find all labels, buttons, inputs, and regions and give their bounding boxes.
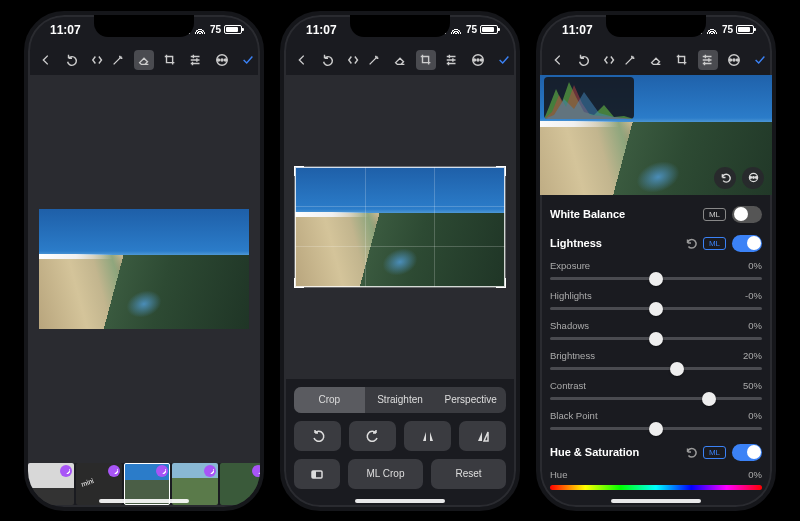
slider-value: 50% bbox=[743, 380, 762, 391]
preview-more-button[interactable] bbox=[742, 167, 764, 189]
more-button[interactable] bbox=[724, 50, 744, 70]
slider-knob[interactable] bbox=[649, 302, 663, 316]
histogram[interactable] bbox=[544, 77, 634, 119]
confirm-button[interactable] bbox=[750, 50, 770, 70]
reset-section-icon[interactable] bbox=[685, 237, 697, 249]
adjust-preview bbox=[540, 75, 772, 195]
code-button[interactable] bbox=[88, 50, 108, 70]
eraser-button[interactable] bbox=[390, 50, 410, 70]
slider-value: 0% bbox=[748, 410, 762, 421]
slider-shadows[interactable]: Shadows0% bbox=[550, 319, 762, 347]
undo-button[interactable] bbox=[574, 50, 594, 70]
slider-blackpoint[interactable]: Black Point0% bbox=[550, 409, 762, 437]
rotate-cw-button[interactable] bbox=[349, 421, 396, 451]
slider-label: Highlights bbox=[550, 290, 592, 301]
adjust-controls[interactable]: White Balance ML Lightness ML Exposure0% bbox=[540, 195, 772, 507]
huesat-toggle[interactable] bbox=[732, 444, 762, 461]
eraser-button[interactable] bbox=[134, 50, 154, 70]
reset-section-icon[interactable] bbox=[685, 446, 697, 458]
slider-knob[interactable] bbox=[649, 422, 663, 436]
crop-canvas[interactable] bbox=[284, 75, 516, 379]
clock: 11:07 bbox=[562, 23, 593, 37]
home-indicator[interactable] bbox=[355, 499, 445, 503]
crop-handle-tl[interactable] bbox=[294, 166, 304, 176]
edited-badge-icon bbox=[204, 465, 216, 477]
adjust-button[interactable] bbox=[186, 50, 206, 70]
slider-knob[interactable] bbox=[649, 332, 663, 346]
notch bbox=[606, 15, 706, 37]
section-label: White Balance bbox=[550, 208, 625, 220]
crop-tabs[interactable]: Crop Straighten Perspective bbox=[294, 387, 506, 413]
crop-button[interactable] bbox=[416, 50, 436, 70]
magic-wand-button[interactable] bbox=[108, 50, 128, 70]
code-button[interactable] bbox=[600, 50, 620, 70]
tab-perspective[interactable]: Perspective bbox=[435, 387, 506, 413]
undo-button[interactable] bbox=[318, 50, 338, 70]
slider-brightness[interactable]: Brightness20% bbox=[550, 349, 762, 377]
flip-vertical-button[interactable] bbox=[459, 421, 506, 451]
ml-badge[interactable]: ML bbox=[703, 208, 726, 221]
slider-highlights[interactable]: Highlights-0% bbox=[550, 289, 762, 317]
crop-handle-br[interactable] bbox=[496, 278, 506, 288]
confirm-button[interactable] bbox=[238, 50, 258, 70]
crop-handles[interactable] bbox=[295, 167, 505, 287]
ml-badge[interactable]: ML bbox=[703, 237, 726, 250]
lightness-toggle[interactable] bbox=[732, 235, 762, 252]
home-indicator[interactable] bbox=[99, 499, 189, 503]
flip-horizontal-button[interactable] bbox=[404, 421, 451, 451]
eraser-button[interactable] bbox=[646, 50, 666, 70]
code-button[interactable] bbox=[344, 50, 364, 70]
aspect-ratio-button[interactable] bbox=[294, 459, 340, 489]
tab-straighten[interactable]: Straighten bbox=[365, 387, 436, 413]
back-button[interactable] bbox=[36, 50, 56, 70]
image-canvas[interactable] bbox=[28, 75, 260, 463]
tab-crop[interactable]: Crop bbox=[294, 387, 365, 413]
slider-knob[interactable] bbox=[670, 362, 684, 376]
thumbnail[interactable] bbox=[220, 463, 260, 505]
magic-wand-button[interactable] bbox=[620, 50, 640, 70]
home-indicator[interactable] bbox=[611, 499, 701, 503]
notch bbox=[350, 15, 450, 37]
back-button[interactable] bbox=[548, 50, 568, 70]
more-button[interactable] bbox=[212, 50, 232, 70]
slider-exposure[interactable]: Exposure0% bbox=[550, 259, 762, 287]
confirm-button[interactable] bbox=[494, 50, 514, 70]
crop-button[interactable] bbox=[160, 50, 180, 70]
back-button[interactable] bbox=[292, 50, 312, 70]
battery-indicator: 75 bbox=[466, 24, 498, 35]
slider-contrast[interactable]: Contrast50% bbox=[550, 379, 762, 407]
photo-preview[interactable] bbox=[295, 167, 505, 287]
undo-button[interactable] bbox=[62, 50, 82, 70]
more-button[interactable] bbox=[468, 50, 488, 70]
ml-crop-button[interactable]: ML Crop bbox=[348, 459, 423, 489]
slider-knob[interactable] bbox=[649, 272, 663, 286]
adjust-button[interactable] bbox=[442, 50, 462, 70]
crop-handle-tr[interactable] bbox=[496, 166, 506, 176]
wb-toggle[interactable] bbox=[732, 206, 762, 223]
section-white-balance: White Balance ML bbox=[550, 201, 762, 228]
slider-value: 0% bbox=[748, 320, 762, 331]
reset-all-button[interactable] bbox=[714, 167, 736, 189]
magic-wand-button[interactable] bbox=[364, 50, 384, 70]
edited-badge-icon bbox=[60, 465, 72, 477]
section-hue-saturation: Hue & Saturation ML bbox=[550, 439, 762, 466]
crop-button[interactable] bbox=[672, 50, 692, 70]
slider-hue[interactable]: Hue0% bbox=[550, 468, 762, 496]
slider-knob[interactable] bbox=[702, 392, 716, 406]
wifi-icon bbox=[706, 25, 718, 34]
battery-pct: 75 bbox=[722, 24, 733, 35]
section-lightness: Lightness ML bbox=[550, 230, 762, 257]
adjust-panel[interactable]: White Balance ML Lightness ML Exposure0% bbox=[540, 75, 772, 507]
edited-badge-icon bbox=[108, 465, 120, 477]
thumbnail[interactable] bbox=[28, 463, 74, 505]
wifi-icon bbox=[450, 25, 462, 34]
adjust-button[interactable] bbox=[698, 50, 718, 70]
reset-crop-button[interactable]: Reset bbox=[431, 459, 506, 489]
clock: 11:07 bbox=[306, 23, 337, 37]
hue-track[interactable] bbox=[550, 485, 762, 490]
battery-pct: 75 bbox=[210, 24, 221, 35]
phone-crop-mode: 11:07 75 bbox=[280, 11, 520, 511]
rotate-ccw-button[interactable] bbox=[294, 421, 341, 451]
crop-handle-bl[interactable] bbox=[294, 278, 304, 288]
ml-badge[interactable]: ML bbox=[703, 446, 726, 459]
